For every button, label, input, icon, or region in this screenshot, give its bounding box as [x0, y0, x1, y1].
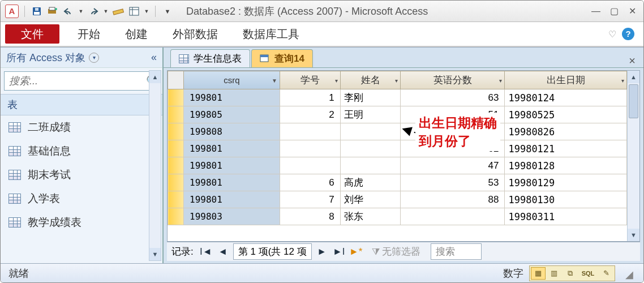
- cell-date[interactable]: 19980826: [505, 123, 627, 140]
- cell-csrq[interactable]: 199801: [184, 174, 280, 191]
- cell-csrq[interactable]: 199801: [184, 89, 280, 106]
- cell-xm[interactable]: 李刚: [340, 89, 401, 106]
- pivot-table-view-button[interactable]: ▥: [547, 267, 561, 280]
- cell-csrq[interactable]: 199808: [184, 123, 280, 140]
- cell-yy[interactable]: 51: [401, 106, 505, 123]
- scroll-up-icon[interactable]: ▲: [628, 71, 639, 83]
- tab-home[interactable]: 开始: [65, 22, 113, 46]
- cell-xh[interactable]: 8: [280, 208, 340, 225]
- record-position[interactable]: 第 1 项(共 12 项: [233, 243, 312, 260]
- cell-date[interactable]: 19980525: [505, 106, 627, 123]
- ribbon-minimize-icon[interactable]: ♡: [608, 29, 616, 40]
- cell-yy[interactable]: 63: [401, 89, 505, 106]
- cell-yy[interactable]: 47: [401, 157, 505, 174]
- qat-customize-icon[interactable]: ▼: [161, 5, 174, 18]
- tab-external-data[interactable]: 外部数据: [160, 22, 230, 46]
- column-dropdown-icon[interactable]: ▼: [272, 77, 277, 83]
- recnav-search-input[interactable]: 搜索: [431, 243, 482, 260]
- cell-csrq[interactable]: 199805: [184, 106, 280, 123]
- column-header-xh[interactable]: 学号▾: [280, 71, 340, 89]
- column-header-yy[interactable]: 英语分数▾: [401, 71, 505, 89]
- column-dropdown-icon[interactable]: ▾: [621, 77, 624, 83]
- cell-csrq[interactable]: 199801: [184, 157, 280, 174]
- redo-dropdown-icon[interactable]: ▼: [103, 5, 109, 18]
- doctab-close-button[interactable]: ×: [621, 54, 643, 67]
- row-selector[interactable]: [168, 157, 184, 174]
- column-header-csrq[interactable]: csrq▼: [184, 71, 280, 89]
- cell-xm[interactable]: [340, 157, 401, 174]
- first-record-button[interactable]: I◄: [199, 245, 213, 259]
- undo-icon[interactable]: [62, 5, 75, 18]
- cell-date[interactable]: 19980124: [505, 89, 627, 106]
- nav-group-tables[interactable]: 表 «: [1, 94, 162, 115]
- close-button[interactable]: ✕: [625, 6, 639, 17]
- redo-icon[interactable]: [87, 5, 100, 18]
- minimize-button[interactable]: ―: [589, 6, 603, 17]
- cell-xh[interactable]: [280, 140, 340, 157]
- column-dropdown-icon[interactable]: ▾: [395, 77, 398, 83]
- cell-date[interactable]: 19980311: [505, 208, 627, 225]
- next-record-button[interactable]: ►: [315, 245, 329, 259]
- navpane-dropdown-icon[interactable]: ▾: [89, 53, 99, 63]
- undo-dropdown-icon[interactable]: ▼: [78, 5, 84, 18]
- vertical-scrollbar[interactable]: ▲ ▼: [627, 71, 639, 241]
- design-view-button[interactable]: ✎: [599, 267, 613, 280]
- doctab-query14[interactable]: 查询14: [251, 49, 313, 67]
- cell-xh[interactable]: 6: [280, 174, 340, 191]
- cell-yy[interactable]: [401, 208, 505, 225]
- sql-view-button[interactable]: SQL: [578, 267, 598, 280]
- column-dropdown-icon[interactable]: ▾: [335, 77, 338, 83]
- cell-xm[interactable]: [340, 140, 401, 157]
- table-row[interactable]: 1998038张东19980311: [168, 208, 627, 225]
- datasheet-view-button[interactable]: ▦: [531, 267, 546, 280]
- row-selector[interactable]: [168, 123, 184, 140]
- filter-indicator[interactable]: ⧩ 无筛选器: [372, 245, 420, 258]
- navpane-collapse-button[interactable]: «: [151, 52, 157, 63]
- scroll-up-icon[interactable]: ▲: [149, 71, 161, 83]
- pivot-chart-view-button[interactable]: ⧉: [563, 267, 577, 280]
- scroll-thumb[interactable]: [629, 84, 638, 118]
- cell-csrq[interactable]: 199801: [184, 140, 280, 157]
- table-row[interactable]: 1998016高虎5319980129: [168, 174, 627, 191]
- cell-date[interactable]: 19980128: [505, 157, 627, 174]
- maximize-button[interactable]: ▢: [607, 6, 621, 17]
- row-selector[interactable]: [168, 191, 184, 208]
- cell-xh[interactable]: 7: [280, 191, 340, 208]
- prev-record-button[interactable]: ◄: [216, 245, 230, 259]
- cell-csrq[interactable]: 199803: [184, 208, 280, 225]
- column-header-xm[interactable]: 姓名▾: [340, 71, 401, 89]
- row-selector[interactable]: [168, 106, 184, 123]
- nav-item-table[interactable]: 教学成绩表: [1, 211, 162, 234]
- form-icon[interactable]: [128, 5, 140, 18]
- table-row[interactable]: 1998052王明5119980525: [168, 106, 627, 123]
- nav-item-table[interactable]: 入学表: [1, 187, 162, 211]
- scroll-down-icon[interactable]: ▼: [149, 248, 161, 260]
- navpane-header[interactable]: 所有 Access 对象 ▾ «: [1, 48, 162, 68]
- tab-create[interactable]: 创建: [113, 22, 160, 46]
- cell-date[interactable]: 19980129: [505, 174, 627, 191]
- cell-yy[interactable]: 88: [401, 191, 505, 208]
- nav-item-table[interactable]: 二班成绩: [1, 115, 162, 139]
- cell-xm[interactable]: 刘华: [340, 191, 401, 208]
- tab-database-tools[interactable]: 数据库工具: [230, 22, 312, 46]
- cell-date[interactable]: 19980121: [505, 140, 627, 157]
- nav-item-table[interactable]: 期末考试: [1, 163, 162, 187]
- cell-yy[interactable]: 53: [401, 174, 505, 191]
- cell-xm[interactable]: 王明: [340, 106, 401, 123]
- table-row[interactable]: 1998014719980128: [168, 157, 627, 174]
- column-dropdown-icon[interactable]: ▾: [499, 77, 502, 83]
- table-row[interactable]: 1998087519980826: [168, 123, 627, 140]
- row-selector[interactable]: [168, 174, 184, 191]
- cell-xm[interactable]: 张东: [340, 208, 401, 225]
- row-selector[interactable]: [168, 89, 184, 106]
- select-all-cell[interactable]: [168, 71, 184, 89]
- row-selector[interactable]: [168, 140, 184, 157]
- cell-xh[interactable]: 1: [280, 89, 340, 106]
- cell-date[interactable]: 19980130: [505, 191, 627, 208]
- doctab-student-info[interactable]: 学生信息表: [170, 49, 250, 67]
- data-table[interactable]: csrq▼ 学号▾ 姓名▾ 英语分数▾ 出生日期▾ 1998011李刚63199…: [168, 71, 627, 225]
- cell-xm[interactable]: 高虎: [340, 174, 401, 191]
- search-input[interactable]: [5, 72, 145, 90]
- column-header-date[interactable]: 出生日期▾: [505, 71, 627, 89]
- table-row[interactable]: 1998017刘华8819980130: [168, 191, 627, 208]
